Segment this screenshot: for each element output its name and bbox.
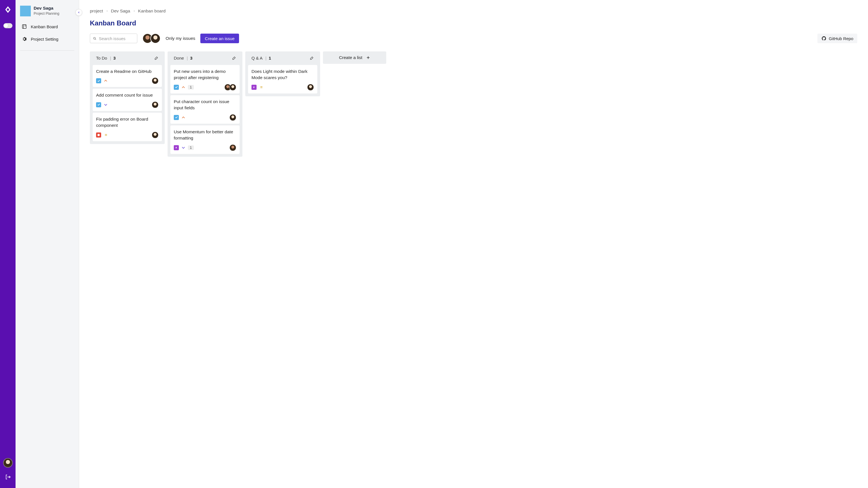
assignee-avatar[interactable] [152, 132, 158, 138]
search-input-wrap[interactable] [90, 34, 137, 43]
list-count: 3 [113, 56, 116, 60]
issue-card[interactable]: Does Light mode within Dark Mode scares … [248, 65, 317, 94]
priority-low-icon [103, 102, 108, 107]
sidebar-item-label: Kanban Board [31, 24, 58, 29]
project-header: Dev Saga Project Planning [16, 6, 79, 20]
logout-icon[interactable] [5, 474, 11, 480]
story-type-icon [174, 145, 179, 150]
assignee-avatars [229, 144, 236, 151]
priority-medium-icon: = [259, 85, 264, 90]
create-list-label: Create a list [339, 55, 363, 60]
list-name: Done [174, 56, 184, 60]
card-footer [96, 77, 158, 84]
create-list-button[interactable]: Create a list [323, 52, 386, 64]
chevron-left-icon [78, 11, 80, 14]
toolbar: Only my issues Create an issue GitHub Re… [90, 33, 857, 43]
svg-point-1 [94, 37, 95, 39]
avatar[interactable] [150, 33, 160, 43]
issue-card[interactable]: Put character count on issue input field… [170, 95, 240, 124]
github-icon [822, 36, 827, 41]
task-type-icon [174, 115, 179, 120]
issue-card[interactable]: Add comment count for issue [93, 89, 162, 111]
breadcrumb-item[interactable]: project [90, 8, 103, 13]
project-subtitle: Project Planning [34, 11, 59, 15]
comment-count: 1 [188, 85, 194, 90]
assignee-avatar[interactable] [229, 84, 236, 91]
issue-title: Does Light mode within Dark Mode scares … [251, 68, 314, 81]
edit-list-icon[interactable] [310, 56, 314, 60]
assignee-avatar[interactable] [152, 101, 158, 108]
plus-icon [366, 56, 370, 60]
sidebar-item-kanban[interactable]: Kanban Board [16, 20, 79, 33]
current-user-avatar[interactable] [3, 458, 13, 468]
sidebar-item-settings[interactable]: Project Setting [16, 33, 79, 45]
task-type-icon [96, 78, 101, 83]
breadcrumb-item[interactable]: Kanban board [138, 8, 165, 13]
list-name: To Do [96, 56, 107, 60]
priority-low-icon [181, 145, 186, 150]
assignee-avatars [229, 114, 236, 121]
kanban-board: To Do | 3 Create a Readme on GitHub Add … [90, 52, 857, 157]
list-header: Done | 3 [170, 54, 240, 63]
gear-icon [22, 36, 27, 41]
card-footer: 1 [174, 84, 236, 91]
assignee-avatar[interactable] [152, 77, 158, 84]
svg-rect-0 [22, 25, 26, 29]
edit-list-icon[interactable] [232, 56, 236, 60]
issue-title: Fix padding error on Board component [96, 116, 158, 129]
kanban-board-icon [22, 24, 27, 29]
list-count: 3 [190, 56, 192, 60]
board-list: Q & A | 1 Does Light mode within Dark Mo… [245, 52, 320, 96]
assignee-avatar[interactable] [307, 84, 314, 91]
assignee-avatar[interactable] [229, 114, 236, 121]
card-footer [96, 101, 158, 108]
priority-high-icon [181, 85, 186, 90]
list-count: 1 [269, 56, 271, 60]
github-repo-button[interactable]: GitHub Repo [817, 34, 857, 43]
list-name: Q & A [251, 56, 262, 60]
app-rail [0, 0, 16, 488]
card-footer: = [96, 132, 158, 138]
board-list: To Do | 3 Create a Readme on GitHub Add … [90, 52, 165, 144]
edit-list-icon[interactable] [154, 56, 158, 60]
breadcrumb-item[interactable]: Dev Saga [111, 8, 130, 13]
app-logo-icon[interactable] [4, 6, 12, 13]
search-input[interactable] [99, 36, 134, 41]
priority-high-icon [181, 115, 186, 120]
issue-title: Use Momentum for better date formatting [174, 129, 236, 141]
priority-medium-icon: = [103, 133, 108, 137]
comment-count: 1 [188, 145, 194, 150]
breadcrumb: project Dev Saga Kanban board [90, 8, 857, 13]
chevron-right-icon [133, 10, 135, 12]
project-avatar [20, 6, 31, 17]
assignee-avatars [152, 132, 158, 138]
only-my-issues-filter[interactable]: Only my issues [165, 36, 195, 41]
task-type-icon [174, 85, 179, 90]
collapse-sidebar-button[interactable] [75, 9, 82, 16]
chevron-right-icon [106, 10, 108, 12]
theme-toggle[interactable] [3, 23, 12, 28]
create-issue-button[interactable]: Create an issue [200, 34, 239, 43]
issue-card[interactable]: Create a Readme on GitHub [93, 65, 162, 87]
card-footer: = [251, 84, 314, 91]
sidebar-divider [20, 50, 74, 51]
board-list: Done | 3 Put new users into a demo proje… [167, 52, 242, 157]
issue-title: Put new users into a demo project after … [174, 68, 236, 81]
issue-card[interactable]: Use Momentum for better date formatting … [170, 125, 240, 154]
sidebar: Dev Saga Project Planning Kanban Board P… [16, 0, 79, 488]
list-header: Q & A | 1 [248, 54, 317, 63]
page-title: Kanban Board [90, 19, 857, 27]
bug-type-icon [96, 132, 101, 137]
assignee-avatar[interactable] [229, 144, 236, 151]
issue-card[interactable]: Fix padding error on Board component = [93, 113, 162, 141]
assignee-avatars [224, 84, 236, 91]
card-footer [174, 114, 236, 121]
issue-title: Add comment count for issue [96, 92, 158, 98]
assignee-avatars [307, 84, 314, 91]
sidebar-item-label: Project Setting [31, 37, 59, 41]
main-content: project Dev Saga Kanban board Kanban Boa… [79, 0, 868, 488]
project-name: Dev Saga [34, 6, 59, 11]
member-avatars[interactable] [143, 33, 160, 43]
card-footer: 1 [174, 144, 236, 151]
issue-card[interactable]: Put new users into a demo project after … [170, 65, 240, 94]
